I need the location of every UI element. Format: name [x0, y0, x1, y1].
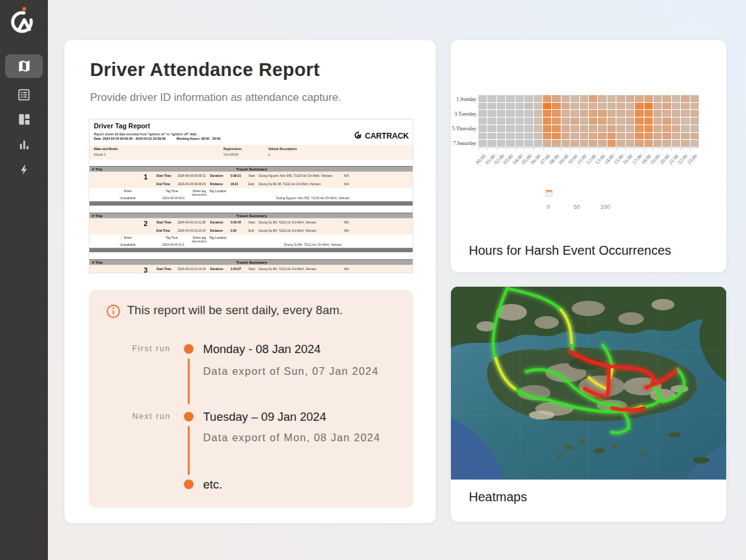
heatmap-cell	[616, 95, 625, 102]
heatmap-cell	[672, 110, 680, 117]
heatmap-cell	[561, 125, 570, 132]
heatmap-cell	[690, 125, 699, 132]
heatmap-cell	[524, 140, 533, 147]
heatmap-cell	[487, 140, 496, 147]
heatmap-cell	[570, 103, 579, 110]
bar-chart-icon	[18, 139, 31, 151]
heatmap-cell	[607, 140, 616, 147]
timeline-entry-title: Tuesday – 09 Jan 2024	[203, 410, 326, 424]
heatmap-cell	[497, 95, 505, 102]
sidebar-item-quick-actions[interactable]	[0, 158, 48, 181]
heatmap-cell	[681, 133, 689, 140]
heatmap-cell	[607, 125, 616, 132]
heatmap-cell	[570, 140, 579, 147]
heatmap-cell	[644, 133, 653, 140]
heatmap-cell	[662, 117, 671, 125]
heatmap-cell	[543, 140, 551, 147]
heatmap-cell	[515, 125, 524, 132]
timeline-connector	[188, 426, 190, 475]
heatmap-cell	[543, 133, 551, 140]
timeline-entry-sub: Data export of Mon, 08 Jan 2024	[203, 432, 381, 444]
report-date-line: Date: 2024-04-04 00:00:00 - 2024-04-12 2…	[94, 137, 231, 141]
heatmap-cell	[681, 125, 689, 132]
heatmap-cell	[570, 110, 579, 117]
heatmap-cell	[552, 133, 560, 140]
heatmap-cell	[524, 95, 533, 102]
sidebar-item-reports[interactable]	[0, 83, 48, 107]
heatmap-cell	[534, 110, 542, 117]
heatmap-cell	[524, 117, 533, 125]
cartrack-emblem-icon	[354, 130, 363, 140]
notice-heading: This report will be sent daily, every 8a…	[127, 303, 343, 317]
heatmap-cell	[497, 140, 505, 147]
heatmap-cell	[580, 140, 588, 147]
heatmap-cell	[607, 117, 616, 125]
heatmap-cell	[644, 95, 653, 102]
heatmap-cell	[543, 117, 551, 125]
heatmap-cell	[589, 140, 597, 147]
heatmap-cell	[681, 110, 689, 117]
heatmap-cell	[653, 125, 662, 132]
sidebar-item-map[interactable]	[0, 54, 48, 78]
heatmap-cell	[626, 133, 634, 140]
heatmap-cell	[478, 103, 487, 110]
sidebar-item-dashboard[interactable]	[0, 107, 48, 131]
heatmap-cell	[589, 133, 597, 140]
heatmap-cell	[478, 140, 487, 147]
heatmap-cell	[524, 125, 533, 132]
harsh-events-title: Hours for Harsh Event Occurrences	[469, 243, 671, 258]
heatmap-cell	[487, 110, 496, 117]
heatmap-cell	[635, 103, 643, 110]
heatmap-cell	[690, 95, 699, 102]
heatmap-cell	[524, 110, 533, 117]
heatmap-cell	[635, 95, 643, 102]
heatmap-cell	[478, 95, 487, 102]
timeline-label-next-run: Next run	[113, 412, 171, 421]
timeline-connector	[188, 358, 190, 404]
heatmap-cell	[543, 125, 551, 132]
lightning-icon	[19, 163, 30, 176]
heatmap-cell	[672, 140, 680, 147]
report-list-icon	[17, 88, 31, 102]
heatmap-cell	[487, 117, 496, 125]
heatmaps-title: Heatmaps	[469, 490, 527, 504]
report-preview: Driver Tag Report Report shows all data …	[89, 119, 413, 273]
heatmap-cell	[607, 133, 616, 140]
heatmap-cell	[543, 110, 551, 117]
page-title: Driver Attendance Report	[90, 59, 320, 80]
heatmap-cell	[644, 103, 653, 110]
heatmap-cell	[497, 110, 505, 117]
page-subtitle: Provide driver ID information as attenda…	[90, 91, 341, 104]
heatmap-cell	[561, 133, 570, 140]
heatmap-cell	[653, 140, 662, 147]
heatmap-cell	[515, 140, 524, 147]
heatmap-cell	[497, 117, 505, 125]
heatmap-cell	[635, 125, 643, 132]
heatmap-cell	[580, 133, 588, 140]
heatmap-cell	[662, 133, 671, 140]
heatmap-map	[451, 287, 727, 480]
timeline-entry-sub: Data export of Sun, 07 Jan 2024	[203, 365, 379, 377]
heatmap-cell	[487, 133, 496, 140]
heatmap-cell	[534, 125, 542, 132]
heatmap-cell	[515, 110, 524, 117]
heatmap-cell	[644, 125, 653, 132]
heatmap-cell	[626, 95, 634, 102]
heatmap-cell	[681, 103, 689, 110]
timeline-entry-title: etc.	[203, 478, 222, 492]
heatmap-cell	[662, 95, 671, 102]
heatmap-cell	[515, 103, 524, 110]
cartrack-wordmark: CARTRACK	[365, 131, 409, 140]
legend-swatch	[545, 190, 552, 197]
heatmap-cell	[589, 103, 597, 110]
heatmap-cell	[662, 110, 671, 117]
heatmap-cell	[478, 110, 487, 117]
heatmap-cell	[552, 103, 560, 110]
heatmap-cell	[644, 140, 653, 147]
heatmap-cell	[497, 103, 505, 110]
heatmap-cell	[552, 117, 560, 125]
sidebar-item-charts[interactable]	[0, 133, 48, 156]
heatmap-cell	[580, 95, 588, 102]
heatmap-cell	[672, 103, 680, 110]
heatmap-cell	[616, 140, 625, 147]
